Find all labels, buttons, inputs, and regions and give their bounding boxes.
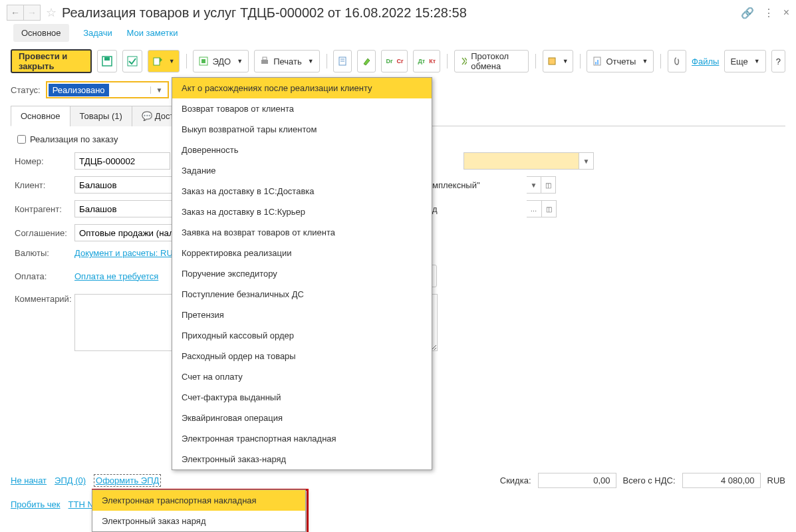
app-window: ← → ☆ Реализация товаров и услуг ТДЦБ-00… [0, 0, 796, 532]
dr-cr-button[interactable]: DrCr [381, 50, 408, 72]
tab-goods[interactable]: Товары (1) [70, 106, 132, 126]
page-title: Реализация товаров и услуг ТДЦБ-000002 о… [62, 5, 467, 21]
dropdown-icon[interactable]: ▼ [527, 176, 542, 194]
discount-value[interactable]: 0,00 [538, 473, 616, 488]
menu-item[interactable]: Акт о расхождениях после реализации клие… [172, 78, 432, 98]
svg-rect-1 [104, 57, 110, 61]
contragent-label: Контрагент: [15, 204, 74, 214]
attach-misc-button[interactable]: ▼ [543, 50, 573, 72]
payment-label: Оплата: [15, 271, 74, 281]
issue-epd-link[interactable]: Оформить ЭПД [94, 474, 161, 487]
section-notes[interactable]: Мои заметки [126, 28, 178, 38]
nav-back-button[interactable]: ← [7, 5, 24, 21]
number-label: Номер: [15, 156, 74, 166]
client-input[interactable] [74, 176, 180, 194]
edo-button[interactable]: ЭДО▼ [193, 50, 249, 72]
more-button[interactable]: Еще▼ [724, 50, 765, 72]
section-main[interactable]: Основное [13, 24, 69, 42]
currency-link[interactable]: Документ и расчеты: RU [74, 248, 173, 258]
save-button[interactable] [97, 50, 117, 72]
epd-link[interactable]: ЭПД (0) [55, 475, 86, 485]
menu-item[interactable]: Поручение экспедитору [172, 263, 432, 284]
number-input[interactable] [74, 152, 170, 170]
svg-rect-6 [261, 60, 268, 64]
menu-item[interactable]: Электронная транспортная накладная [172, 428, 432, 449]
total-label: Всего с НДС: [623, 475, 676, 485]
menu-item[interactable]: Заявка на возврат товаров от клиента [172, 222, 432, 243]
partial-text: д [432, 204, 438, 214]
menu-item[interactable]: Поступление безналичных ДС [172, 284, 432, 305]
by-order-checkbox[interactable] [17, 135, 26, 144]
menu-item[interactable]: Выкуп возвратной тары клиентом [172, 119, 432, 140]
dt-kt-button[interactable]: ДтКт [413, 50, 440, 72]
total-value: 4 080,00 [682, 473, 761, 488]
status-value: Реализовано [49, 84, 109, 96]
comment-icon: 💬 [142, 111, 152, 121]
svg-rect-7 [263, 57, 267, 60]
attach-file-icon[interactable] [668, 50, 686, 72]
menu-item[interactable]: Корректировка реализации [172, 243, 432, 263]
ellipsis-icon[interactable]: … [527, 200, 542, 217]
post-and-close-button[interactable]: Провести и закрыть [11, 49, 92, 73]
highlight-button[interactable] [357, 50, 376, 72]
receipt-link[interactable]: Пробить чек [11, 499, 61, 509]
menu-item[interactable]: Возврат товаров от клиента [172, 98, 432, 119]
client-label: Клиент: [15, 180, 74, 190]
svg-rect-11 [549, 58, 555, 65]
tab-main[interactable]: Основное [11, 106, 70, 126]
doc-button[interactable] [333, 50, 352, 72]
menu-item-etn[interactable]: Электронная транспортная накладная [92, 490, 305, 511]
close-icon[interactable]: × [783, 7, 789, 19]
menu-item-ezn[interactable]: Электронный заказ наряд [92, 511, 305, 531]
agreement-input[interactable] [74, 224, 180, 241]
footer-row-2: Пробить чек ТТН № [11, 499, 96, 509]
status-label: Статус: [11, 85, 41, 95]
menu-item[interactable]: Приходный кассовый ордер [172, 325, 432, 346]
post-button[interactable] [122, 50, 142, 72]
payment-link[interactable]: Оплата не требуется [74, 271, 158, 281]
partial-text: мплексный" [432, 180, 480, 190]
menu-item[interactable]: Расходный ордер на товары [172, 346, 432, 366]
dropdown-icon[interactable]: ▼ [579, 152, 595, 170]
section-tabs: Основное Задачи Мои заметки [0, 25, 796, 45]
not-started-link[interactable]: Не начат [11, 475, 47, 485]
currency-label: Валюты: [15, 248, 74, 258]
svg-rect-5 [201, 59, 205, 63]
comment-label: Комментарий: [15, 294, 74, 304]
menu-item[interactable]: Эквайринговая операция [172, 408, 432, 428]
status-combo[interactable]: Реализовано ▼ [46, 81, 170, 98]
nav-forward-button[interactable]: → [24, 5, 41, 21]
toolbar: Провести и закрыть ▼ ЭДО▼ Печать▼ DrCr Д… [0, 45, 796, 77]
favorite-star-icon[interactable]: ☆ [46, 5, 57, 20]
by-order-label: Реализация по заказу [30, 134, 118, 144]
section-tasks[interactable]: Задачи [83, 28, 112, 38]
open-icon[interactable]: ◫ [541, 176, 556, 194]
menu-item[interactable]: Счет на оплату [172, 366, 432, 387]
svg-rect-13 [595, 62, 597, 65]
reports-button[interactable]: Отчеты▼ [587, 50, 654, 72]
menu-item[interactable]: Задание [172, 160, 432, 181]
menu-item[interactable]: Заказ на доставку в 1С:Доставка [172, 181, 432, 201]
chevron-down-icon[interactable]: ▼ [150, 86, 168, 94]
print-button[interactable]: Печать▼ [254, 50, 320, 72]
menu-item[interactable]: Заказ на доставку в 1С:Курьер [172, 201, 432, 222]
agreement-label: Соглашение: [15, 228, 74, 238]
contragent-input[interactable] [74, 200, 180, 217]
link-external-icon[interactable]: 🔗 [741, 7, 754, 19]
create-based-on-button[interactable]: ▼ [148, 50, 180, 72]
menu-item[interactable]: Электронный заказ-наряд [172, 449, 432, 469]
create-based-on-menu: Акт о расхождениях после реализации клие… [172, 77, 432, 470]
protocol-button[interactable]: Протокол обмена [454, 50, 529, 72]
help-button[interactable]: ? [771, 50, 785, 72]
menu-item[interactable]: Счет-фактура выданный [172, 387, 432, 408]
menu-item[interactable]: Претензия [172, 305, 432, 325]
menu-item[interactable]: Доверенность [172, 140, 432, 160]
kebab-menu-icon[interactable]: ⋮ [763, 7, 774, 19]
title-bar: ← → ☆ Реализация товаров и услуг ТДЦБ-00… [0, 0, 796, 25]
issue-epd-menu: Электронная транспортная накладная Элект… [92, 489, 306, 532]
svg-rect-14 [597, 60, 598, 65]
discount-label: Скидка: [500, 475, 531, 485]
currency-label: RUB [767, 475, 785, 485]
files-link[interactable]: Файлы [692, 57, 719, 66]
open-icon[interactable]: ◫ [542, 200, 557, 217]
